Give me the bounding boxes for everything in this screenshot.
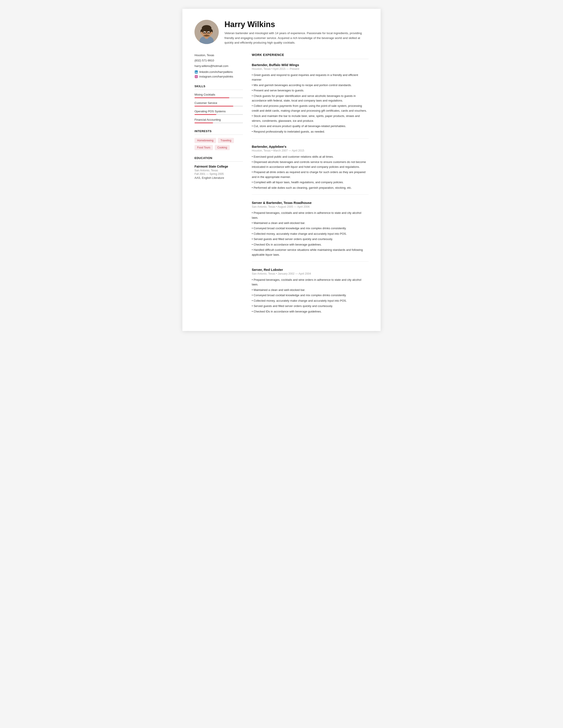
job-bullet: • Served guests and filled server orders…: [252, 304, 369, 308]
job-bullet: • Conveyed broad cocktail knowledge and …: [252, 293, 369, 297]
svg-point-16: [206, 33, 207, 34]
skills-list: Mixing Cocktails Customer Service Operat…: [194, 93, 243, 123]
job-meta: Houston, Texas • April 2015 — Present: [252, 67, 369, 70]
job-bullet: • Stock and maintain the bar to include …: [252, 114, 369, 123]
interests-section-title: INTERESTS: [194, 129, 243, 133]
job-title: Bartender, Applebee's: [252, 145, 369, 148]
linkedin-icon: [194, 70, 198, 74]
linkedin-text: linkedin.com/in/harrywilkins: [199, 70, 233, 74]
candidate-summary: Veteran bartender and mixologist with 14…: [224, 31, 369, 45]
skill-bar-bg: [194, 114, 243, 115]
job-meta: San Antonio, Texas • August 2005 — April…: [252, 205, 369, 208]
job-title: Bartender, Buffalo Wild Wings: [252, 63, 369, 67]
left-column: Houston, Texas (832) 571-9910 harry.wilk…: [194, 53, 243, 320]
job-bullet: • Served guests and filled server orders…: [252, 237, 369, 241]
work-section-title: WORK EXPERIENCE: [252, 53, 369, 57]
job-item: Bartender, Applebee's Houston, Texas • M…: [252, 145, 369, 195]
job-separator: [252, 261, 369, 262]
skill-name: Operating POS Systems: [194, 110, 243, 113]
skill-bar-bg: [194, 106, 243, 107]
job-bullet: • Dispensed alcoholic beverages and cont…: [252, 160, 369, 169]
education-section-title: EDUCATION: [194, 156, 243, 160]
job-bullet: • Conveyed broad cocktail knowledge and …: [252, 226, 369, 231]
skill-item: Financial Accounting: [194, 118, 243, 123]
job-bullet: • Mix and garnish beverages according to…: [252, 83, 369, 87]
svg-point-17: [204, 35, 210, 37]
interest-tag: Traveling: [218, 138, 234, 143]
job-meta: Houston, Texas • March 2007 — April 2015: [252, 149, 369, 152]
job-bullet: • Checked IDs in accordance with beverag…: [252, 242, 369, 247]
job-bullet: • Performed all side duties such as clea…: [252, 185, 369, 190]
jobs-list: Bartender, Buffalo Wild Wings Houston, T…: [252, 63, 369, 314]
header-text: Harry Wilkins Veteran bartender and mixo…: [224, 20, 369, 45]
skill-bar-fill: [194, 106, 233, 107]
job-bullet: • Exercised good public and customer rel…: [252, 154, 369, 159]
work-divider: [252, 59, 369, 59]
right-column: WORK EXPERIENCE Bartender, Buffalo Wild …: [252, 53, 369, 320]
skill-bar-bg: [194, 122, 243, 123]
interest-tag: Food Tours: [194, 145, 213, 150]
education-divider: [194, 161, 243, 162]
job-bullet: • Cut, store and ensure product quality …: [252, 124, 369, 128]
job-item: Server, Red Lobster San Antonio, Texas •…: [252, 268, 369, 314]
skill-item: Operating POS Systems: [194, 110, 243, 115]
job-bullet: • Prepared all drink orders as required …: [252, 170, 369, 179]
svg-rect-21: [195, 75, 198, 78]
job-item: Bartender, Buffalo Wild Wings Houston, T…: [252, 63, 369, 139]
skill-name: Customer Service: [194, 101, 243, 105]
job-bullet: • Checked IDs in accordance with beverag…: [252, 309, 369, 314]
resume-container: Harry Wilkins Veteran bartender and mixo…: [182, 9, 381, 331]
candidate-name: Harry Wilkins: [224, 20, 369, 29]
job-bullet: • Complied with all liquor laws, health …: [252, 180, 369, 185]
skill-bar-fill: [194, 114, 216, 115]
job-bullet: • Handled difficult customer service sit…: [252, 248, 369, 257]
skills-section-title: SKILLS: [194, 85, 243, 88]
interest-tag: Cooking: [215, 145, 230, 150]
job-title: Server, Red Lobster: [252, 268, 369, 272]
skill-item: Mixing Cocktails: [194, 93, 243, 98]
job-bullet: • Check guests for proper identification…: [252, 94, 369, 103]
job-bullet: • Maintained a clean and well-stocked ba…: [252, 288, 369, 292]
skill-name: Financial Accounting: [194, 118, 243, 121]
job-bullet: • Present and serve beverages to guests.: [252, 88, 369, 93]
job-bullet: • Maintained a clean and well-stocked ba…: [252, 221, 369, 225]
instagram-icon: [194, 75, 198, 78]
skill-bar-bg: [194, 97, 243, 98]
job-item: Server & Bartender, Texas Roadhouse San …: [252, 201, 369, 262]
interest-tag: Homebrewing: [194, 138, 216, 143]
svg-point-11: [204, 32, 205, 33]
body-layout: Houston, Texas (832) 571-9910 harry.wilk…: [194, 53, 369, 320]
skill-name: Mixing Cocktails: [194, 93, 243, 96]
edu-dates: Fall 2001 — Spring 2005: [194, 172, 243, 176]
job-bullet: • Collected money, accurately make chang…: [252, 298, 369, 303]
job-bullet: • Prepared beverages, cocktails and wine…: [252, 211, 369, 220]
header-section: Harry Wilkins Veteran bartender and mixo…: [194, 20, 369, 45]
job-bullet: • Greet guests and respond to guest inqu…: [252, 73, 369, 82]
svg-point-8: [210, 32, 213, 34]
avatar: [194, 20, 219, 44]
contact-phone: (832) 571-9910: [194, 58, 243, 63]
skills-divider: [194, 90, 243, 90]
contact-location: Houston, Texas: [194, 53, 243, 57]
edu-location: San Antonio, Texas: [194, 169, 243, 172]
job-bullet: • Collect and process payments from gues…: [252, 103, 369, 113]
edu-school: Fairmont State College: [194, 165, 243, 168]
svg-point-12: [208, 32, 209, 33]
contact-linkedin[interactable]: linkedin.com/in/harrywilkins: [194, 70, 243, 74]
svg-point-7: [201, 32, 203, 34]
job-separator: [252, 194, 369, 195]
job-bullet: • Respond professionally to inebriated g…: [252, 129, 369, 134]
job-meta: San Antonio, Texas • January 2002 — Apri…: [252, 272, 369, 275]
contact-email: harry.wilkins@hotmail.com: [194, 64, 243, 68]
job-bullet: • Prepared beverages, cocktails and wine…: [252, 277, 369, 287]
skill-bar-fill: [194, 97, 229, 98]
skill-item: Customer Service: [194, 101, 243, 107]
svg-rect-19: [195, 72, 196, 73]
interests-tags: HomebrewingTravelingFood ToursCooking: [194, 138, 243, 150]
job-bullet: • Collected money, accurately make chang…: [252, 231, 369, 236]
job-separator: [252, 138, 369, 139]
edu-degree: AAS, English Literature: [194, 176, 243, 179]
svg-point-20: [195, 71, 196, 72]
job-title: Server & Bartender, Texas Roadhouse: [252, 201, 369, 205]
contact-instagram[interactable]: instagram.com/harrysdrinks: [194, 75, 243, 78]
